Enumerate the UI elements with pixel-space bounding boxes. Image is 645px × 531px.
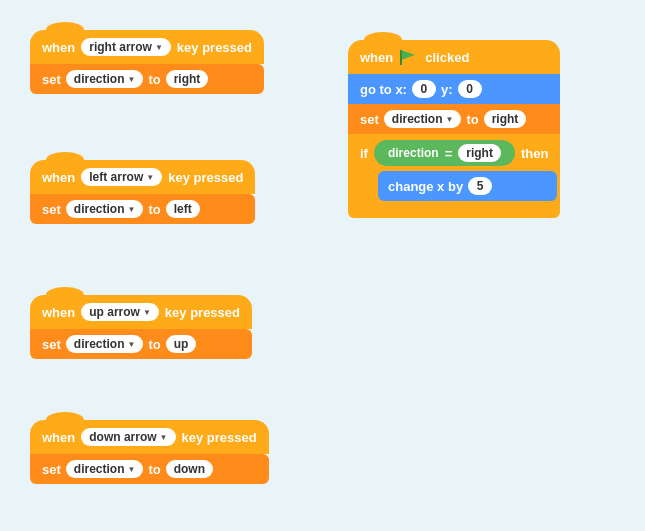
when-label-4: when [42,430,75,445]
change-label: change x by [388,179,463,194]
var-dropdown-3[interactable]: direction [66,335,144,353]
key-dropdown-2[interactable]: left arrow [81,168,162,186]
to-label-2: to [148,202,160,217]
keypressed-label-1: key pressed [177,40,252,55]
dir-value-pill[interactable]: right [484,110,527,128]
if-bottom-cap [348,206,560,218]
keypressed-label-4: key pressed [182,430,257,445]
event-block-left: when left arrow key pressed set directio… [30,160,255,224]
y-label: y: [441,82,453,97]
if-row: if direction = right then [348,134,560,166]
flag-icon [399,48,419,66]
main-script-group: when clicked go to x: 0 y: 0 set directi… [348,40,560,218]
to-label-4: to [148,462,160,477]
svg-marker-0 [401,50,415,60]
change-value[interactable]: 5 [468,177,492,195]
event-block-right: when right arrow key pressed set directi… [30,30,264,94]
keypressed-label-2: key pressed [168,170,243,185]
set-label-4: set [42,462,61,477]
value-pill-4[interactable]: down [166,460,213,478]
when-label-3: when [42,305,75,320]
condition-block: direction = right [374,140,515,166]
set-direction-row: set direction to right [348,104,560,134]
goto-label: go to x: [360,82,407,97]
value-pill-3[interactable]: up [166,335,197,353]
reporter-label: direction [388,146,439,160]
var-dropdown-4[interactable]: direction [66,460,144,478]
x-input[interactable]: 0 [412,80,436,98]
value-pill-2[interactable]: left [166,200,200,218]
change-x-row: change x by 5 [378,171,557,201]
then-label: then [521,146,548,161]
when-flag-row: when clicked [348,40,560,74]
clicked-label: clicked [425,50,469,65]
condition-value[interactable]: right [458,144,501,162]
set-label-2: set [42,202,61,217]
equals-sign: = [445,146,453,161]
when-main-label: when [360,50,393,65]
key-dropdown-1[interactable]: right arrow [81,38,171,56]
dir-dropdown-main[interactable]: direction [384,110,462,128]
goto-row: go to x: 0 y: 0 [348,74,560,104]
to-label-1: to [148,72,160,87]
event-block-down: when down arrow key pressed set directio… [30,420,269,484]
to-label-3: to [148,337,160,352]
keypressed-label-3: key pressed [165,305,240,320]
set-label-1: set [42,72,61,87]
if-label: if [360,146,368,161]
set-label-3: set [42,337,61,352]
key-dropdown-3[interactable]: up arrow [81,303,159,321]
event-block-up: when up arrow key pressed set direction … [30,295,252,359]
var-dropdown-2[interactable]: direction [66,200,144,218]
to-main-label: to [466,112,478,127]
set-main-label: set [360,112,379,127]
key-dropdown-4[interactable]: down arrow [81,428,175,446]
when-label-2: when [42,170,75,185]
if-inner-area: change x by 5 [348,166,560,206]
when-label-1: when [42,40,75,55]
var-dropdown-1[interactable]: direction [66,70,144,88]
y-input[interactable]: 0 [458,80,482,98]
value-pill-1[interactable]: right [166,70,209,88]
